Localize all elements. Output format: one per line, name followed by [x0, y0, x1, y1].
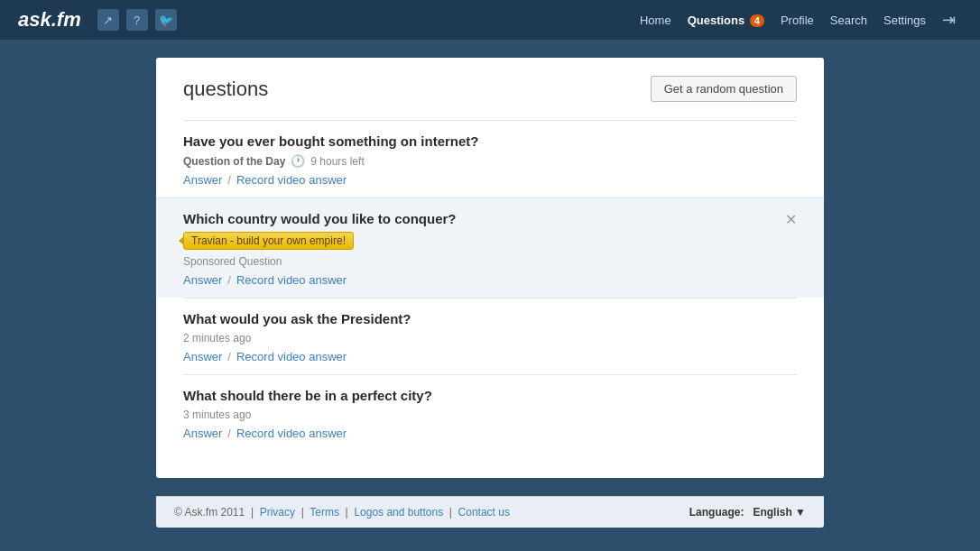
footer-terms[interactable]: Terms: [310, 506, 339, 519]
question-actions-q3: Answer / Record video answer: [183, 350, 797, 363]
time-label-q1: 9 hours left: [310, 155, 364, 168]
logo[interactable]: ask.fm: [18, 8, 81, 32]
question-actions-q4: Answer / Record video answer: [183, 427, 797, 440]
help-icon[interactable]: ?: [126, 9, 148, 31]
question-meta-q1: Question of the Day 🕐 9 hours left: [183, 154, 797, 168]
question-text-q3: What would you ask the President?: [183, 311, 797, 326]
twitter-icon[interactable]: 🐦: [155, 9, 177, 31]
sponsored-label: Sponsored Question: [183, 255, 457, 268]
question-text-q1: Have you ever bought something on intern…: [183, 133, 797, 149]
nav-home[interactable]: Home: [640, 14, 671, 27]
copyright: © Ask.fm 2011: [174, 506, 245, 519]
sponsored-header: Which country would you like to conquer?…: [183, 211, 797, 287]
question-text-q4: What should there be in a perfect city?: [183, 388, 797, 403]
nav-settings[interactable]: Settings: [883, 14, 926, 27]
answer-link-q2[interactable]: Answer: [183, 273, 222, 287]
video-link-q4[interactable]: Record video answer: [236, 427, 347, 440]
sponsored-content: Which country would you like to conquer?…: [183, 211, 457, 287]
nav-profile[interactable]: Profile: [781, 14, 814, 27]
question-actions-q2: Answer / Record video answer: [183, 273, 457, 287]
questions-badge: 4: [750, 14, 764, 27]
answer-link-q1[interactable]: Answer: [183, 173, 222, 187]
answer-link-q4[interactable]: Answer: [183, 427, 222, 440]
video-link-q2[interactable]: Record video answer: [236, 273, 347, 287]
header-left: ask.fm ↗ ? 🐦: [18, 8, 177, 32]
nav-questions[interactable]: Questions 4: [688, 14, 764, 27]
language-label: Language:: [689, 506, 744, 519]
action-sep-q4: /: [227, 427, 231, 440]
page-header: questions Get a random question: [183, 76, 797, 102]
header-nav: Home Questions 4 Profile Search Settings…: [640, 10, 962, 30]
page-title: questions: [183, 78, 268, 101]
nav-search[interactable]: Search: [830, 14, 867, 27]
footer-privacy[interactable]: Privacy: [260, 506, 295, 519]
time-label-q4: 3 minutes ago: [183, 409, 251, 421]
random-question-button[interactable]: Get a random question: [651, 76, 797, 102]
time-label-q3: 2 minutes ago: [183, 332, 251, 344]
logout-icon[interactable]: ⇥: [942, 10, 962, 30]
question-card-q1: Have you ever bought something on intern…: [183, 120, 797, 197]
header: ask.fm ↗ ? 🐦 Home Questions 4 Profile Se…: [0, 0, 980, 40]
close-sponsored-button[interactable]: ✕: [785, 213, 797, 227]
question-card-q3: What would you ask the President? 2 minu…: [183, 298, 797, 374]
question-card-q4: What should there be in a perfect city? …: [183, 374, 797, 451]
sponsor-badge[interactable]: Travian - build your own empire!: [183, 232, 354, 250]
header-icons: ↗ ? 🐦: [97, 9, 177, 31]
question-card-q2: Which country would you like to conquer?…: [156, 197, 824, 298]
answer-link-q3[interactable]: Answer: [183, 350, 222, 363]
question-actions-q1: Answer / Record video answer: [183, 173, 797, 187]
action-sep-q2: /: [227, 273, 231, 287]
question-text-q2: Which country would you like to conquer?: [183, 211, 457, 226]
footer-left: © Ask.fm 2011 | Privacy | Terms | Logos …: [174, 506, 510, 519]
clock-icon-q1: 🕐: [291, 154, 305, 168]
video-link-q3[interactable]: Record video answer: [236, 350, 347, 363]
footer-logos[interactable]: Logos and buttons: [354, 506, 443, 519]
action-sep-q1: /: [227, 173, 231, 187]
question-meta-q3: 2 minutes ago: [183, 332, 797, 344]
share-icon[interactable]: ↗: [97, 9, 119, 31]
main-content: questions Get a random question Have you…: [156, 58, 824, 478]
question-meta-q4: 3 minutes ago: [183, 409, 797, 421]
footer-right: Language: English ▼: [689, 506, 806, 519]
video-link-q1[interactable]: Record video answer: [236, 173, 347, 187]
question-type-label-q1: Question of the Day: [183, 155, 285, 168]
language-selector[interactable]: English ▼: [753, 506, 806, 519]
action-sep-q3: /: [227, 350, 231, 363]
footer-contact[interactable]: Contact us: [458, 506, 510, 519]
footer: © Ask.fm 2011 | Privacy | Terms | Logos …: [156, 496, 824, 528]
